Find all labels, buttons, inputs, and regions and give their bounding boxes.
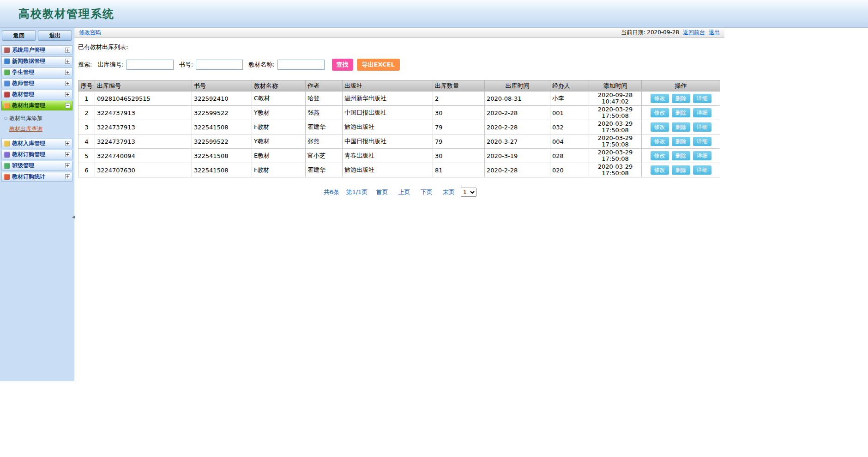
delete-button[interactable]: 删除 xyxy=(672,151,690,160)
col-header-7: 出库时间 xyxy=(485,80,550,91)
cell-book-no: 322541508 xyxy=(192,120,252,134)
detail-button[interactable]: 详细 xyxy=(693,108,711,117)
cell-out-time: 2020-2-28 xyxy=(485,120,550,134)
cell-no: 5 xyxy=(78,149,95,163)
sidebar-item-label: 教材入库管理 xyxy=(12,140,65,147)
exit-button[interactable]: 退出 xyxy=(38,30,72,41)
modify-button[interactable]: 修改 xyxy=(651,151,669,160)
sidebar-item-teacher-mgmt[interactable]: 教师管理+ xyxy=(1,79,72,88)
cell-out-time: 2020-2-28 xyxy=(485,163,550,177)
col-header-5: 出版社 xyxy=(343,80,433,91)
expand-plus-icon[interactable]: + xyxy=(65,141,70,146)
cell-add-time: 2020-03-2917:50:08 xyxy=(589,163,642,177)
sidebar-item-textbook-outbound-mgmt[interactable]: 教材出库管理− xyxy=(1,101,72,110)
detail-button[interactable]: 详细 xyxy=(693,151,711,160)
sidebar-item-textbook-inbound-mgmt[interactable]: 教材入库管理+ xyxy=(1,139,72,148)
cell-author: 张燕 xyxy=(306,106,343,120)
logout-link[interactable]: 退出 xyxy=(709,29,720,37)
delete-button[interactable]: 删除 xyxy=(672,122,690,132)
sidebar-item-system-user-mgmt[interactable]: 系统用户管理+ xyxy=(1,45,72,55)
sidebar-subitem-outbound-add[interactable]: 教材出库添加 xyxy=(0,113,74,124)
detail-button[interactable]: 详细 xyxy=(693,137,711,146)
cell-book-no: 322592410 xyxy=(192,91,252,106)
sidebar-item-textbook-order-stats[interactable]: 教材订购统计+ xyxy=(1,172,72,182)
return-front-link[interactable]: 返回前台 xyxy=(683,29,705,37)
collapse-minus-icon[interactable]: − xyxy=(65,103,70,108)
expand-plus-icon[interactable]: + xyxy=(65,70,70,75)
expand-plus-icon[interactable]: + xyxy=(65,48,70,53)
search-input-textbook-name[interactable] xyxy=(277,60,325,70)
sidebar-item-label: 教材出库管理 xyxy=(12,102,65,110)
search-input-out-id[interactable] xyxy=(127,60,174,70)
cell-book-no: 322599522 xyxy=(192,106,252,120)
search-input-book-no[interactable] xyxy=(196,60,243,70)
last-page-link[interactable]: 末页 xyxy=(443,189,455,195)
cell-name: F教材 xyxy=(252,120,306,134)
delete-button[interactable]: 删除 xyxy=(672,94,690,103)
expand-plus-icon[interactable]: + xyxy=(65,81,70,86)
cell-operator: 028 xyxy=(550,149,589,163)
sidebar-item-label: 教材订购管理 xyxy=(12,151,65,158)
sidebar-item-student-mgmt[interactable]: 学生管理+ xyxy=(1,67,72,77)
col-header-6: 出库数量 xyxy=(433,80,485,91)
cell-operator: 020 xyxy=(550,163,589,177)
detail-button[interactable]: 详细 xyxy=(693,94,711,103)
cell-no: 2 xyxy=(78,106,95,120)
cell-out-id: 3224737913 xyxy=(95,120,192,134)
delete-button[interactable]: 删除 xyxy=(672,137,690,146)
cell-actions: 修改删除详细 xyxy=(642,134,720,149)
cell-add-time: 2020-03-2917:50:08 xyxy=(589,134,642,149)
page-info-text: 第1/1页 xyxy=(346,189,368,195)
table-row: 33224737913322541508F教材霍建华旅游出版社792020-2-… xyxy=(78,120,720,134)
col-header-1: 出库编号 xyxy=(95,80,192,91)
modify-button[interactable]: 修改 xyxy=(651,137,669,146)
sidebar-item-textbook-mgmt[interactable]: 教材管理+ xyxy=(1,90,72,99)
sidebar-submenu: 教材出库添加教材出库查询 xyxy=(0,112,74,137)
cell-no: 6 xyxy=(78,163,95,177)
sidebar-buttons: 返回 退出 xyxy=(0,29,74,44)
change-password-link[interactable]: 修改密码 xyxy=(79,29,101,37)
find-button[interactable]: 查找 xyxy=(332,59,353,71)
prev-page-link[interactable]: 上页 xyxy=(398,189,410,195)
search-field-label-book-no: 书号: xyxy=(179,61,193,69)
expand-plus-icon[interactable]: + xyxy=(65,163,70,168)
modify-button[interactable]: 修改 xyxy=(651,165,669,175)
expand-plus-icon[interactable]: + xyxy=(65,152,70,157)
content: 已有教材出库列表: 搜索: 出库编号:书号:教材名称: 查找 导出EXCEL xyxy=(74,38,724,201)
cell-book-no: 322541508 xyxy=(192,149,252,163)
sidebar-item-news-data-mgmt[interactable]: 新闻数据管理+ xyxy=(1,56,72,66)
app-title: 高校教材管理系统 xyxy=(0,0,868,21)
expand-plus-icon[interactable]: + xyxy=(65,174,70,179)
next-page-link[interactable]: 下页 xyxy=(421,189,433,195)
main-area: ◂ 修改密码 当前日期: 2020-09-28 返回前台 退出 已有教材出库列表… xyxy=(74,28,868,457)
cell-operator: 001 xyxy=(550,106,589,120)
detail-button[interactable]: 详细 xyxy=(693,122,711,132)
cell-qty: 81 xyxy=(433,163,485,177)
delete-button[interactable]: 删除 xyxy=(672,165,690,175)
detail-button[interactable]: 详细 xyxy=(693,165,711,175)
cell-name: C教材 xyxy=(252,91,306,106)
sidebar-subitem-outbound-query[interactable]: 教材出库查询 xyxy=(0,124,74,134)
cell-out-id: 09281046529515 xyxy=(95,91,192,106)
cell-add-time: 2020-03-2917:50:08 xyxy=(589,149,642,163)
expand-plus-icon[interactable]: + xyxy=(65,92,70,97)
first-page-link[interactable]: 首页 xyxy=(376,189,388,195)
cell-add-time: 2020-09-2810:47:02 xyxy=(589,91,642,106)
delete-button[interactable]: 删除 xyxy=(672,108,690,117)
expand-plus-icon[interactable]: + xyxy=(65,59,70,64)
cell-out-id: 3224707630 xyxy=(95,163,192,177)
page-select[interactable]: 1 xyxy=(461,188,476,197)
topbar: 修改密码 当前日期: 2020-09-28 返回前台 退出 xyxy=(74,28,724,38)
body-row: 返回 退出 系统用户管理+新闻数据管理+学生管理+教师管理+教材管理+教材出库管… xyxy=(0,28,868,457)
sidebar-collapse-handle[interactable]: ◂ xyxy=(70,211,77,223)
page: 高校教材管理系统 返回 退出 系统用户管理+新闻数据管理+学生管理+教师管理+教… xyxy=(0,0,868,457)
back-button[interactable]: 返回 xyxy=(2,30,36,41)
sidebar-item-textbook-order-mgmt[interactable]: 教材订购管理+ xyxy=(1,150,72,159)
export-excel-button[interactable]: 导出EXCEL xyxy=(357,59,400,71)
modify-button[interactable]: 修改 xyxy=(651,108,669,117)
modify-button[interactable]: 修改 xyxy=(651,122,669,132)
sidebar-item-class-mgmt[interactable]: 班级管理+ xyxy=(1,161,72,171)
sidebar-item-label: 教材管理 xyxy=(12,91,65,98)
modify-button[interactable]: 修改 xyxy=(651,94,669,103)
cell-author: 霍建华 xyxy=(306,120,343,134)
